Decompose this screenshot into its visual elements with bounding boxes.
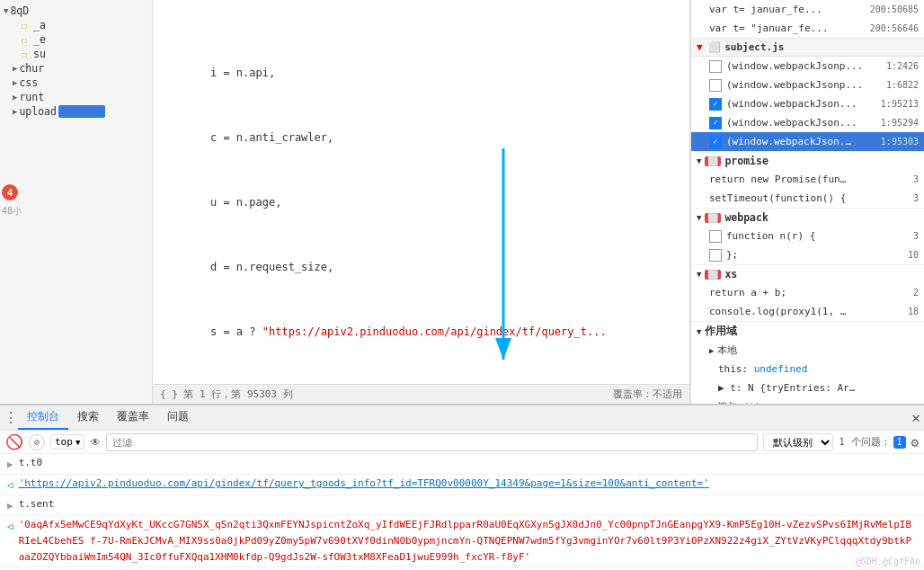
top-dropdown-arrow: ▼ [76,438,80,447]
console-row-tsent[interactable]: ▶ t.sent [0,495,924,516]
code-editor: i = n.api, c = n.anti_crawler, u = n.pag… [153,0,690,404]
folder-arrow-chur: ▶ [13,64,17,73]
scope-item-t: ▶ t: N {tryEntries: Array(1), prev... [691,379,924,397]
code-content: i = n.api, c = n.anti_crawler, u = n.pag… [153,0,689,384]
code-line-5: s = a ? "https://apiv2.pinduoduo.com/api… [153,324,689,340]
code-line-1: i = n.api, [153,65,689,81]
scope-title-local[interactable]: ▶ 本地 [691,341,924,360]
issue-badge-num: 1 [893,436,906,449]
scope-item-s4[interactable]: (window.webpackJson... 1:95294 [691,113,924,132]
tree-item-chur[interactable]: ▶ chur [0,61,152,76]
filter-icon[interactable]: ⊘ [29,434,45,450]
file-tree: ▼ 8qD ☐ _a ☐ _e ☐ su ▶ chur ▶ css ▶ runt… [0,0,153,404]
check-s2[interactable] [709,79,722,92]
scope-title-xs[interactable]: ▼ ⬜ xs [691,265,924,283]
url-link[interactable]: 'https://apiv2.pinduoduo.com/api/gindex/… [19,477,709,489]
scope-section-vars: var t= januar_fe... 200:50685 var t= "ja… [691,0,924,39]
clear-console-button[interactable]: 🚫 [5,433,23,450]
file-icon-a: ☐ [18,19,31,31]
close-console-button[interactable]: ✕ [911,409,920,426]
folder-arrow-upload: ▶ [13,107,17,116]
scope-title-promise[interactable]: ▼ ⬜ promise [691,152,924,170]
check-s4[interactable] [709,117,722,129]
scope-item-s2[interactable]: (window.webpackJsonp... 1:6822 [691,76,924,94]
tree-item-8qd[interactable]: ▼ 8qD [0,4,152,18]
scope-item-s1[interactable]: (window.webpackJsonp... 1:2426 [691,57,924,76]
expand-arrow-url[interactable]: ◁ [7,477,13,494]
scope-icon-promise: ⬜ [705,156,721,166]
scope-section-promise: ▼ ⬜ promise return new Promise(func... 3… [691,152,924,209]
issue-count-text: 1 个问题： [839,435,890,449]
scope-header-subject[interactable]: ▼ ⬜ subject.js [691,39,924,57]
scope-list: var t= januar_fe... 200:50685 var t= "ja… [691,0,924,404]
console-output: ▶ t.t0 ◁ 'https://apiv2.pinduoduo.com/ap… [0,454,924,570]
scope-title-closure[interactable]: ▶ 闭包 (t) [691,397,924,404]
folder-arrow-css: ▶ [13,78,17,87]
scope-section-zuoyongyu: ▼ 作用域 ▶ 本地 this: undefined ▶ t: N {tryEn… [691,322,924,404]
watermark: @GDH.@CgfFAn [856,557,920,566]
check-s1[interactable] [709,60,722,73]
scope-item-x1[interactable]: return a + b; 2 [691,283,924,302]
dots-icon: ⋮ [4,409,18,426]
check-w1[interactable] [709,230,722,243]
tree-item-upload[interactable]: ▶ upload [0,104,152,119]
tree-item-e[interactable]: ☐ _e [0,32,152,47]
top-select[interactable]: top ▼ [50,434,84,450]
expand-arrow-tsent[interactable]: ▶ [7,498,13,514]
console-tabs: ⋮ 控制台 搜索 覆盖率 问题 ✕ [0,405,924,431]
code-lines: i = n.api, c = n.anti_crawler, u = n.pag… [153,0,689,384]
console-row-string[interactable]: ◁ '0aqAfx5eMwCE9qYdXyKt_UKccG7GN5X_qSn2q… [0,516,924,567]
tab-console[interactable]: 控制台 [18,405,68,430]
scope-section-subject: ▼ ⬜ subject.js (window.webpackJsonp... 1… [691,39,924,152]
filter-input[interactable] [106,433,758,451]
tree-item-css[interactable]: ▶ css [0,76,152,90]
top-label: top [55,436,73,448]
upload-bar [58,105,105,118]
expand-arrow-string[interactable]: ◁ [7,519,13,535]
scope-item-var2: var t= "januar_fe... 200:56646 [691,19,924,38]
folder-arrow-8qd: ▼ [4,6,8,15]
scope-section-webpack: ▼ ⬜ webpack function n(r) { 3 }; 10 [691,209,924,265]
scope-item-x2[interactable]: console.log(proxy1(1, 2)... 18 [691,302,924,321]
file-icon-subject: ▼ ⬜ [697,41,721,53]
status-text: { } 第 1 行，第 95303 列 [160,387,293,401]
tab-coverage[interactable]: 覆盖率 [108,405,158,430]
expand-arrow-t0[interactable]: ▶ [7,457,13,473]
level-select[interactable]: 默认级别 [763,433,833,451]
scope-item-s5[interactable]: (window.webpackJson... 1:95303 [691,132,924,151]
settings-button[interactable]: ⚙ [911,435,919,450]
scope-item-s3[interactable]: (window.webpackJson... 1:95213 [691,94,924,113]
coverage-text: 覆盖率：不适用 [613,387,682,401]
tree-item-runt[interactable]: ▶ runt [0,90,152,104]
tab-issues[interactable]: 问题 [158,405,198,430]
badge-48h: 48小 [2,205,22,218]
console-row-t0[interactable]: ▶ t.t0 [0,454,924,475]
issue-badge: 1 个问题： 1 [839,435,905,449]
scope-title-webpack[interactable]: ▼ ⬜ webpack [691,209,924,227]
right-panel: var t= januar_fe... 200:50685 var t= "ja… [690,0,924,404]
file-icon-su: ☐ [18,48,31,60]
scope-item-var1: var t= januar_fe... 200:50685 [691,0,924,19]
scope-item-p2[interactable]: setTimeout(function() { 3 [691,189,924,208]
status-bar: { } 第 1 行，第 95303 列 覆盖率：不适用 [153,384,689,404]
scope-item-w1[interactable]: function n(r) { 3 [691,227,924,245]
code-line-2: c = n.anti_crawler, [153,129,689,146]
check-w2[interactable] [709,249,722,262]
tree-item-su[interactable]: ☐ su [0,47,152,61]
console-drag-handle[interactable]: ⋮ [4,409,18,426]
tab-search[interactable]: 搜索 [68,405,108,430]
console-row-url[interactable]: ◁ 'https://apiv2.pinduoduo.com/api/ginde… [0,475,924,495]
eye-icon[interactable]: 👁 [90,436,101,449]
main-area: ▼ 8qD ☐ _a ☐ _e ☐ su ▶ chur ▶ css ▶ runt… [0,0,924,404]
scope-item-w2[interactable]: }; 10 [691,245,924,264]
bottom-panel: ⋮ 控制台 搜索 覆盖率 问题 ✕ 🚫 ⊘ top ▼ 👁 默认级别 1 个问题… [0,404,924,570]
scope-title-zuoyongyu[interactable]: ▼ 作用域 [691,322,924,341]
tree-item-a[interactable]: ☐ _a [0,18,152,32]
folder-arrow-runt: ▶ [13,93,17,102]
scope-item-p1[interactable]: return new Promise(func... 3 [691,170,924,189]
check-s5[interactable] [709,136,722,148]
scope-section-xs: ▼ ⬜ xs return a + b; 2 console.log(proxy… [691,265,924,322]
check-s3[interactable] [709,98,722,111]
code-line-3: u = n.page, [153,194,689,210]
badge-4: 4 [2,184,18,200]
